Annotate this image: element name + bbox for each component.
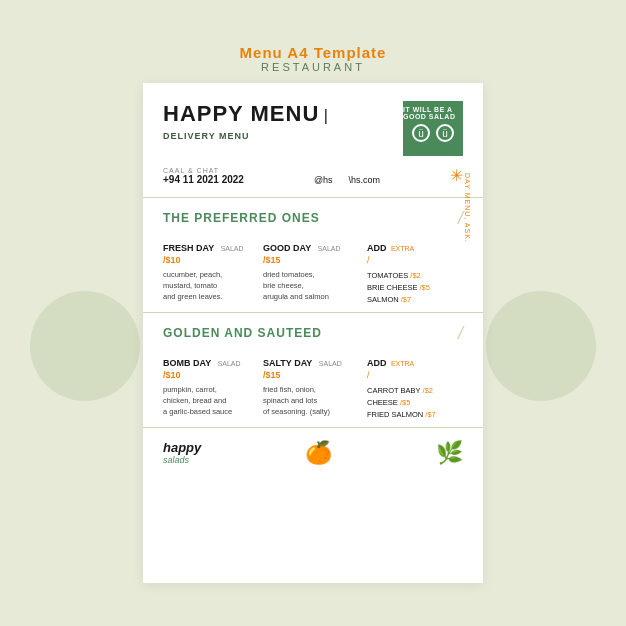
extra-salmon: SALMON /$7 [367,295,463,304]
item-name-row: FRESH DAY SALAD [163,237,255,255]
social-handle: @hs [314,175,333,185]
item-fresh-day: FRESH DAY SALAD /$10 cucumber, peach,mus… [163,237,263,304]
footer-logo-sub: salads [163,455,189,465]
item-desc-fresh: cucumber, peach,mustard, tomatoand green… [163,269,255,303]
section-header-golden: GOLDEN AND SAUTEED / [163,323,463,344]
add-label-row: ADD EXTRA [367,237,463,255]
item-price-good: /$15 [263,255,355,265]
footer-leaf-icon: 🌿 [436,440,463,466]
extra-fried-salmon: FRIED SALMON /$7 [367,410,463,419]
delivery-label: DELIVERY MENU [163,131,328,141]
extra-cheese: CHEESE /$5 [367,398,463,407]
extras-slash: / [367,255,463,265]
card-footer: happy salads 🍊 🌿 [143,428,483,478]
call-label: CAAL & CHAT [163,167,244,174]
logo-face-1: ü [412,124,430,142]
item-salty-day: SALTY DAY SALAD /$15 fried fish, onion,s… [263,352,363,419]
section-slash-golden: / [458,323,463,344]
preferred-items-grid: FRESH DAY SALAD /$10 cucumber, peach,mus… [163,237,463,304]
phone-number: +94 11 2021 2022 [163,174,244,185]
section-preferred: THE PREFERRED ONES / FRESH DAY SALAD /$1… [143,198,483,313]
footer-logo: happy salads [163,440,201,465]
extras-golden: ADD EXTRA / CARROT BABY /$2 CHEESE /$5 F… [363,352,463,419]
item-bomb-day: BOMB DAY SALAD /$10 pumpkin, carrot,chic… [163,352,263,419]
card-top-row1: HAPPY MENU | DELIVERY MENU IT WILL BE A … [163,101,463,156]
contact-section: CAAL & CHAT +94 11 2021 2022 [163,167,244,185]
logo-box: IT WILL BE A GOOD SALAD ü ü [403,101,463,156]
item-name-row-2: GOOD DAY SALAD [263,237,355,255]
happy-menu-title: HAPPY MENU | [163,101,328,127]
extras-items-golden: CARROT BABY /$2 CHEESE /$5 FRIED SALMON … [367,386,463,419]
section-title-preferred: THE PREFERRED ONES [163,211,320,225]
item-desc-salty: fried fish, onion,spinach and lotsof sea… [263,384,355,418]
card-top: HAPPY MENU | DELIVERY MENU IT WILL BE A … [143,83,483,198]
page-header-subtitle: RESTAURANT [240,61,387,73]
item-name-row-bomb: BOMB DAY SALAD [163,352,255,370]
section-title-golden: GOLDEN AND SAUTEED [163,326,322,340]
extra-carrot: CARROT BABY /$2 [367,386,463,395]
card-top-row2: CAAL & CHAT +94 11 2021 2022 @hs \hs.com… [163,166,463,185]
item-good-day: GOOD DAY SALAD /$15 dried tomatoes,brie … [263,237,363,304]
add-label-row-golden: ADD EXTRA [367,352,463,370]
item-price-salty: /$15 [263,370,355,380]
golden-items-grid: BOMB DAY SALAD /$10 pumpkin, carrot,chic… [163,352,463,419]
decorative-circle-right [486,291,596,401]
item-desc-bomb: pumpkin, carrot,chicken, bread anda garl… [163,384,255,418]
snowflake-icon: ✳ [450,166,463,185]
side-vertical-text: DAY MENU, ASK. [464,173,471,243]
extra-tomatoes: TOMATOES /$2 [367,271,463,280]
item-price-fresh: /$10 [163,255,255,265]
title-block: HAPPY MENU | DELIVERY MENU [163,101,328,141]
extras-slash-golden: / [367,370,463,380]
section-golden: GOLDEN AND SAUTEED / BOMB DAY SALAD /$10… [143,313,483,428]
extras-preferred: ADD EXTRA / TOMATOES /$2 BRIE CHEESE /$5… [363,237,463,304]
footer-bowl-icon: 🍊 [305,440,332,466]
extras-items-preferred: TOMATOES /$2 BRIE CHEESE /$5 SALMON /$7 [367,271,463,304]
page-header-title: Menu A4 Template [240,44,387,61]
decorative-circle-left [30,291,140,401]
logo-faces: ü ü [412,124,454,142]
logo-top-text: IT WILL BE A GOOD SALAD [403,106,463,120]
page-header: Menu A4 Template RESTAURANT [240,44,387,73]
section-header-preferred: THE PREFERRED ONES / [163,208,463,229]
section-slash-preferred: / [458,208,463,229]
social-url: \hs.com [349,175,381,185]
social-section: @hs \hs.com [314,175,380,185]
extra-brie: BRIE CHEESE /$5 [367,283,463,292]
item-name-row-salty: SALTY DAY SALAD [263,352,355,370]
item-desc-good: dried tomatoes,brie cheese,arugula and s… [263,269,355,303]
item-price-bomb: /$10 [163,370,255,380]
footer-logo-main: happy [163,440,201,455]
logo-face-2: ü [436,124,454,142]
menu-card: DAY MENU, ASK. HAPPY MENU | DELIVERY MEN… [143,83,483,583]
